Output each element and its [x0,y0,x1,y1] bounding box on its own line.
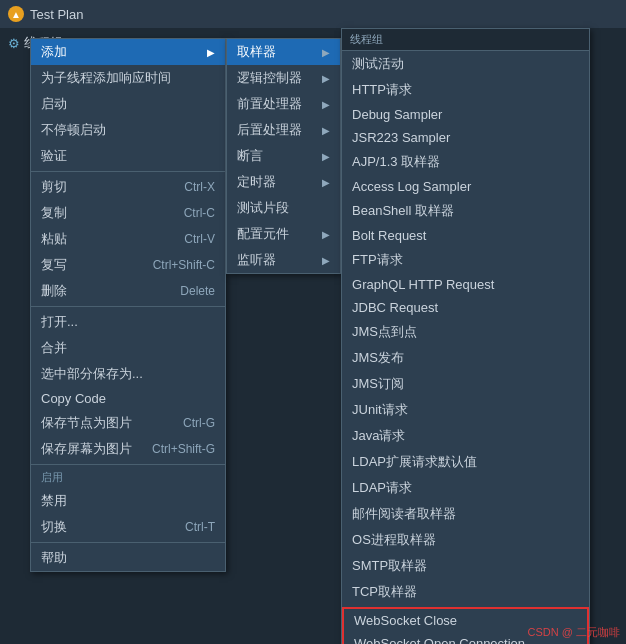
submenu-add-item-pre[interactable]: 前置处理器 ▶ [227,91,340,117]
submenu-add-item-sampler[interactable]: 取样器 ▶ [227,39,340,65]
arrow-timer: ▶ [322,177,330,188]
sampler-item-tcp[interactable]: TCP取样器 [342,579,589,605]
app-icon: ▲ [8,6,24,22]
sampler-item-jms-publish[interactable]: JMS发布 [342,345,589,371]
menu-item-add-response-time[interactable]: 为子线程添加响应时间 [31,65,225,91]
submenu-add-item-timer[interactable]: 定时器 ▶ [227,169,340,195]
menu-item-copy-code[interactable]: Copy Code [31,387,225,410]
sampler-item-beanshell[interactable]: BeanShell 取样器 [342,198,589,224]
arrow-sampler: ▶ [322,47,330,58]
menu-item-disable[interactable]: 禁用 [31,488,225,514]
sampler-item-ldap[interactable]: LDAP请求 [342,475,589,501]
menu-item-save-selection[interactable]: 选中部分保存为... [31,361,225,387]
submenu-add-item-config[interactable]: 配置元件 ▶ [227,221,340,247]
main-context-menu: 添加 ▶ 为子线程添加响应时间 启动 不停顿启动 验证 剪切 Ctrl-X 复制… [30,38,226,572]
menu-item-start-no-pause[interactable]: 不停顿启动 [31,117,225,143]
submenu-add-item-listener[interactable]: 监听器 ▶ [227,247,340,273]
menu-item-cut[interactable]: 剪切 Ctrl-X [31,174,225,200]
arrow-listener: ▶ [322,255,330,266]
submenu-add-item-assert[interactable]: 断言 ▶ [227,143,340,169]
separator-3 [31,464,225,465]
sampler-item-os-process[interactable]: OS进程取样器 [342,527,589,553]
arrow-config: ▶ [322,229,330,240]
sampler-item-http[interactable]: HTTP请求 [342,77,589,103]
menu-item-duplicate[interactable]: 复写 Ctrl+Shift-C [31,252,225,278]
menu-item-save-node-img[interactable]: 保存节点为图片 Ctrl-G [31,410,225,436]
sampler-item-jms-subscribe[interactable]: JMS订阅 [342,371,589,397]
separator-4 [31,542,225,543]
sampler-item-smtp[interactable]: SMTP取样器 [342,553,589,579]
sampler-item-jms-point[interactable]: JMS点到点 [342,319,589,345]
separator-1 [31,171,225,172]
menu-item-open[interactable]: 打开... [31,309,225,335]
menu-item-help[interactable]: 帮助 [31,545,225,571]
sampler-item-junit[interactable]: JUnit请求 [342,397,589,423]
arrow-post: ▶ [322,125,330,136]
menu-item-merge[interactable]: 合并 [31,335,225,361]
menu-item-add[interactable]: 添加 ▶ [31,39,225,65]
sampler-item-ldap-ext[interactable]: LDAP扩展请求默认值 [342,449,589,475]
arrow-logic: ▶ [322,73,330,84]
sampler-item-test-action[interactable]: 测试活动 [342,51,589,77]
menu-item-paste[interactable]: 粘贴 Ctrl-V [31,226,225,252]
sampler-item-ftp[interactable]: FTP请求 [342,247,589,273]
submenu-add-item-logic[interactable]: 逻辑控制器 ▶ [227,65,340,91]
sampler-item-jsr223[interactable]: JSR223 Sampler [342,126,589,149]
sampler-item-jdbc[interactable]: JDBC Request [342,296,589,319]
arrow-pre: ▶ [322,99,330,110]
section-label-enable: 启用 [31,467,225,488]
menu-arrow-add: ▶ [207,47,215,58]
menu-item-save-screen-img[interactable]: 保存屏幕为图片 Ctrl+Shift-G [31,436,225,462]
top-bar: ▲ Test Plan [0,0,626,28]
watermark: CSDN @ 二元咖啡 [528,625,620,640]
menus-container: 添加 ▶ 为子线程添加响应时间 启动 不停顿启动 验证 剪切 Ctrl-X 复制… [0,28,590,644]
menu-item-add-label: 添加 [41,43,187,61]
arrow-assert: ▶ [322,151,330,162]
menu-item-delete[interactable]: 删除 Delete [31,278,225,304]
menu-item-copy[interactable]: 复制 Ctrl-C [31,200,225,226]
separator-2 [31,306,225,307]
sampler-item-ajp[interactable]: AJP/1.3 取样器 [342,149,589,175]
submenu-add-item-fragment[interactable]: 测试片段 [227,195,340,221]
sampler-item-java[interactable]: Java请求 [342,423,589,449]
submenu-add-item-post[interactable]: 后置处理器 ▶ [227,117,340,143]
sampler-item-debug[interactable]: Debug Sampler [342,103,589,126]
sampler-item-bolt[interactable]: Bolt Request [342,224,589,247]
menu-item-toggle[interactable]: 切换 Ctrl-T [31,514,225,540]
sampler-item-graphql[interactable]: GraphQL HTTP Request [342,273,589,296]
menu-item-validate[interactable]: 验证 [31,143,225,169]
sampler-item-access-log[interactable]: Access Log Sampler [342,175,589,198]
sampler-item-mail-reader[interactable]: 邮件阅读者取样器 [342,501,589,527]
sampler-submenu: 线程组 测试活动 HTTP请求 Debug Sampler JSR223 Sam… [341,28,590,644]
add-submenu: 取样器 ▶ 逻辑控制器 ▶ 前置处理器 ▶ 后置处理器 ▶ 断言 ▶ 定时器 ▶… [226,38,341,274]
menu-item-start[interactable]: 启动 [31,91,225,117]
sampler-submenu-header: 线程组 [342,29,589,51]
app-title: Test Plan [30,7,83,22]
